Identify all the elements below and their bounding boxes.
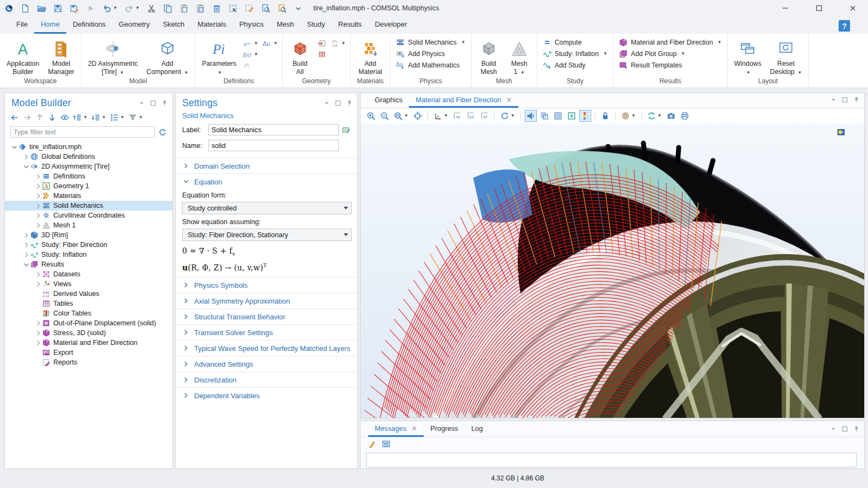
menu-tab-geometry[interactable]: Geometry [112,16,156,34]
corner-pin-button[interactable] [853,425,860,434]
tree-item-materials[interactable]: Materials [5,191,172,201]
menu-tab-materials[interactable]: Materials [191,16,233,34]
section-header[interactable]: Dependent Variables [176,388,357,403]
app-logo-button[interactable] [4,4,14,13]
tree-item-curvilinear-coordinates[interactable]: Curvilinear Coordinates [5,211,172,220]
rebuild-button[interactable]: ▼ [331,39,346,48]
menu-tab-physics[interactable]: Physics [233,16,270,34]
collapse-button[interactable]: ▼ [73,113,88,122]
tree-item-color-tables[interactable]: Color Tables [5,308,172,318]
view-yz-button[interactable]: yz [465,110,477,122]
zoom-extents-button[interactable] [412,110,424,122]
compute-button[interactable]: Compute [543,38,607,47]
undo-button[interactable]: ▼ [102,4,117,13]
corner-float-button[interactable] [841,425,848,434]
filter-button[interactable]: ▼ [128,113,143,122]
update-plot-button[interactable]: ▼ [646,110,664,122]
plot-in-window-button[interactable] [566,110,578,122]
menu-tab-study[interactable]: Study [301,16,332,34]
add-material-button[interactable]: AddMaterial [354,35,387,76]
menu-tab-sketch[interactable]: Sketch [156,16,191,34]
section-header[interactable]: Discretization [176,372,357,387]
transparency-button[interactable] [538,110,550,122]
back-button[interactable] [10,113,19,122]
corner-caret-button[interactable] [323,100,330,108]
tree-item-derived-values[interactable]: 8.85e-12Derived Values [5,289,172,299]
expander-closed-icon[interactable] [22,251,30,258]
forward-button[interactable] [23,113,32,122]
section-header[interactable]: Advanced Settings [176,356,357,372]
graphics-tab-graphics[interactable]: Graphics [368,93,409,108]
corner-float-button[interactable] [841,96,848,105]
up-button[interactable] [35,113,44,122]
refresh-filter-icon[interactable] [158,128,167,137]
down-button[interactable] [48,113,57,122]
section-header[interactable]: Typical Wave Speed for Perfectly Matched… [176,341,357,356]
section-header[interactable]: Domain Selection [176,158,357,174]
build-all-button[interactable]: BuildAll [285,35,315,76]
expander-open-icon[interactable] [22,163,30,170]
open-file-button[interactable] [37,4,46,13]
select-box-button[interactable] [228,4,238,13]
tree-item-views[interactable]: Views [5,279,172,289]
parameters-button[interactable]: PiParameters▼ [197,35,241,76]
fx-button[interactable]: f(x)▼ [243,50,258,59]
material-fiber-direction-button[interactable]: Material and Fiber Direction▼ [619,38,722,47]
tree-item-datasets[interactable]: Datasets [5,269,172,279]
scene-light-button[interactable] [525,110,537,122]
tree-item-global-definitions[interactable]: Global Definitions [5,152,172,162]
windows-button[interactable]: Windows▼ [730,35,766,76]
virtual-operations-button[interactable] [318,50,326,59]
menu-tab-mesh[interactable]: Mesh [270,16,301,34]
rename-button[interactable] [342,126,351,134]
save-as-file-button[interactable] [70,4,79,13]
doc-search-button[interactable] [261,4,270,13]
result-templates-button[interactable]: Result Templates [619,61,722,70]
rotate-button[interactable]: ▼ [499,110,517,122]
tree-item-definitions[interactable]: Definitions [5,171,172,181]
import-geometry-button[interactable] [318,39,326,48]
copy-button[interactable] [163,4,172,13]
study-inflation-button[interactable]: Study: Inflation▼ [543,50,607,58]
environment-button[interactable]: ▼ [619,110,637,122]
equation-form-select[interactable]: Study controlled [182,202,352,214]
delta-u-button[interactable]: Δu▼ [263,39,278,48]
snapshot-button[interactable] [665,110,677,122]
corner-pin-button[interactable] [161,100,168,108]
close-tab-icon[interactable]: ✕ [506,96,512,104]
tree-item-export[interactable]: Export [5,348,172,357]
menu-tab-definitions[interactable]: Definitions [66,16,113,34]
save-file-button[interactable] [53,4,63,13]
tree-item-solid-mechanics[interactable]: Solid Mechanics [5,201,172,211]
close-tab-icon[interactable]: ✕ [411,424,417,433]
print-button[interactable] [679,110,691,122]
open-messages-window-button[interactable] [382,440,390,450]
cut-button[interactable] [147,4,156,13]
tree-item-3d-rim-[interactable]: 3D [Rim] [5,230,172,240]
close-button[interactable] [842,0,864,16]
maximize-button[interactable] [808,0,830,16]
build-mesh-button[interactable]: BuildMesh [474,35,504,76]
tree-item-reports[interactable]: Reports [5,357,172,367]
paste-special-button[interactable] [196,4,205,13]
paste-button[interactable] [179,4,189,13]
tree-item-stress-3d-solid-[interactable]: Stress, 3D (solid) [5,328,172,338]
doc-search-alt-button[interactable] [277,4,287,13]
tree-item-results[interactable]: Results [5,260,172,269]
corner-caret-button[interactable] [830,96,837,105]
expander-closed-icon[interactable] [22,153,30,160]
corner-caret-button[interactable] [830,425,837,434]
color-legend-button[interactable] [579,110,591,122]
run-button[interactable] [86,4,95,13]
graphics-tab-material-and-fiber-direction[interactable]: Material and Fiber Direction✕ [409,93,518,108]
filter-input[interactable]: Type filter text [10,126,155,138]
menu-tab-home[interactable]: Home [34,16,66,34]
zoom-in-button[interactable] [365,110,377,122]
show-button[interactable] [60,113,69,122]
expander-closed-icon[interactable] [34,271,42,278]
expander-closed-icon[interactable] [34,339,42,347]
tree-item-tire-inflation-mph[interactable]: tire_inflation.mph [5,142,172,152]
expander-closed-icon[interactable] [34,193,42,200]
corner-pin-button[interactable] [853,96,860,105]
graphics-canvas[interactable] [361,123,864,418]
